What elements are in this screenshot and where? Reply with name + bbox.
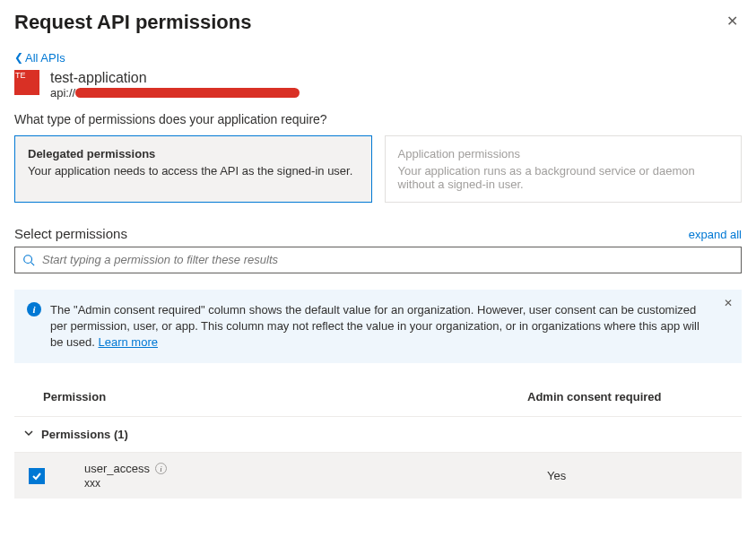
permission-checkbox[interactable] bbox=[29, 468, 45, 484]
chevron-down-icon bbox=[23, 428, 34, 441]
close-button[interactable]: ✕ bbox=[723, 11, 742, 32]
permissions-table-header: Permission Admin consent required bbox=[14, 381, 742, 417]
col-admin-header: Admin consent required bbox=[527, 390, 729, 403]
delegated-desc: Your application needs to access the API… bbox=[28, 164, 359, 178]
permission-item-row[interactable]: user_access i xxx Yes bbox=[14, 453, 742, 499]
expand-all-link[interactable]: expand all bbox=[689, 228, 742, 241]
app-badge: TE bbox=[14, 70, 39, 95]
svg-line-1 bbox=[31, 262, 35, 265]
svg-point-0 bbox=[24, 255, 32, 263]
app-uri-prefix: api:// bbox=[50, 86, 75, 100]
delegated-title: Delegated permissions bbox=[28, 147, 359, 160]
back-link-label: All APIs bbox=[25, 51, 65, 65]
application-title: Application permissions bbox=[398, 147, 729, 160]
application-desc: Your application runs as a background se… bbox=[398, 164, 729, 191]
admin-consent-value: Yes bbox=[527, 469, 729, 482]
app-name: test-application bbox=[50, 70, 300, 86]
info-icon: i bbox=[27, 302, 41, 317]
permission-search-box[interactable] bbox=[14, 247, 742, 273]
select-permissions-label: Select permissions bbox=[14, 226, 127, 241]
permission-name: user_access bbox=[84, 462, 150, 475]
permission-desc: xxx bbox=[84, 477, 527, 490]
permission-search-input[interactable] bbox=[42, 253, 734, 266]
info-text: The "Admin consent required" column show… bbox=[50, 302, 714, 351]
info-tooltip-icon[interactable]: i bbox=[155, 463, 167, 474]
info-close-button[interactable]: ✕ bbox=[724, 297, 733, 309]
delegated-permissions-card[interactable]: Delegated permissions Your application n… bbox=[14, 135, 372, 203]
app-uri: api:// bbox=[50, 86, 300, 100]
redacted-uri bbox=[75, 88, 300, 98]
permissions-group-row[interactable]: Permissions (1) bbox=[14, 417, 742, 453]
learn-more-link[interactable]: Learn more bbox=[99, 335, 158, 349]
permission-type-prompt: What type of permissions does your appli… bbox=[14, 112, 742, 126]
search-icon bbox=[22, 254, 35, 266]
application-permissions-card[interactable]: Application permissions Your application… bbox=[385, 135, 743, 203]
chevron-left-icon: ❮ bbox=[14, 51, 23, 64]
col-permission-header: Permission bbox=[43, 390, 527, 403]
page-title: Request API permissions bbox=[14, 11, 251, 34]
info-banner: i The "Admin consent required" column sh… bbox=[14, 290, 742, 364]
permissions-group-label: Permissions (1) bbox=[41, 428, 128, 441]
back-all-apis-link[interactable]: ❮ All APIs bbox=[14, 51, 65, 65]
